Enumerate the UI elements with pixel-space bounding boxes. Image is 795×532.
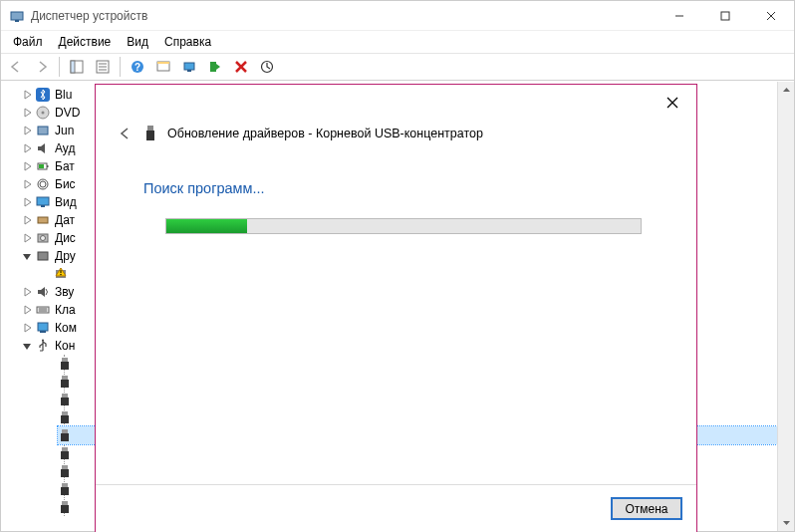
dvd-icon [35, 105, 51, 121]
svg-rect-49 [61, 380, 69, 388]
svg-rect-54 [62, 429, 68, 433]
properties-button[interactable] [92, 56, 114, 78]
menu-help[interactable]: Справка [156, 33, 219, 51]
svg-point-45 [42, 340, 44, 342]
scan-hardware-button[interactable] [152, 56, 174, 78]
svg-point-35 [41, 236, 46, 241]
help-button[interactable]: ? [127, 56, 148, 78]
svg-rect-36 [38, 252, 48, 260]
uninstall-device-button[interactable] [230, 56, 252, 78]
tree-item-label: Вид [55, 195, 77, 209]
menu-action[interactable]: Действие [51, 33, 120, 51]
expand-toggle-icon[interactable] [21, 340, 33, 352]
svg-rect-28 [39, 164, 44, 168]
svg-rect-51 [61, 398, 69, 405]
enable-device-button[interactable] [204, 56, 226, 78]
expand-toggle-icon[interactable] [21, 89, 33, 101]
sensor-icon [35, 212, 51, 228]
svg-rect-47 [61, 362, 69, 370]
expand-toggle-icon[interactable] [21, 160, 33, 172]
svg-rect-66 [147, 126, 153, 131]
svg-rect-27 [47, 165, 49, 167]
tree-item-label: Jun [55, 124, 74, 137]
expand-toggle-icon[interactable] [21, 304, 33, 316]
menubar: Файл Действие Вид Справка [1, 31, 794, 53]
usb-port-icon [58, 357, 72, 371]
tree-item-label: Кон [55, 339, 75, 353]
scroll-down-button[interactable] [778, 514, 794, 531]
expand-toggle-icon[interactable] [21, 250, 33, 262]
scroll-track[interactable] [778, 99, 794, 514]
svg-rect-52 [62, 411, 68, 415]
svg-point-39 [60, 274, 61, 275]
svg-rect-43 [38, 323, 48, 331]
dialog-close-button[interactable] [659, 91, 686, 115]
app-icon [9, 8, 25, 24]
bluetooth-icon [35, 87, 51, 103]
svg-rect-53 [61, 415, 69, 423]
tree-item-label: Ком [55, 321, 77, 335]
update-driver-button[interactable] [178, 56, 200, 78]
expand-toggle-icon[interactable] [21, 322, 33, 334]
scroll-up-button[interactable] [778, 82, 794, 99]
expand-toggle-icon[interactable] [21, 178, 33, 190]
svg-rect-25 [38, 127, 48, 134]
menu-view[interactable]: Вид [119, 33, 156, 51]
progress-bar-fill [166, 219, 247, 233]
display-icon [35, 194, 51, 210]
sound-icon [35, 284, 51, 300]
expand-toggle-icon[interactable] [21, 214, 33, 226]
usb-port-icon [58, 393, 72, 406]
dialog-back-button[interactable] [116, 125, 133, 142]
expand-toggle-icon[interactable] [21, 196, 33, 208]
maximize-button[interactable] [702, 1, 748, 31]
window-title: Диспетчер устройств [31, 9, 657, 23]
disk-icon [35, 230, 51, 246]
tree-item-label: Кла [55, 303, 76, 317]
usb-port-icon [58, 446, 72, 460]
svg-rect-0 [11, 12, 23, 20]
scan-changes-button[interactable] [256, 56, 278, 78]
expand-toggle-icon[interactable] [21, 286, 33, 298]
svg-rect-59 [61, 469, 69, 477]
svg-rect-32 [41, 205, 45, 207]
nav-forward-button[interactable] [31, 56, 53, 78]
svg-rect-33 [38, 217, 48, 223]
computer-icon [35, 320, 51, 336]
svg-text:?: ? [134, 62, 140, 73]
keyboard-icon [35, 302, 51, 318]
titlebar: Диспетчер устройств [1, 1, 794, 31]
usb-port-icon [58, 500, 72, 514]
nav-back-button[interactable] [5, 56, 27, 78]
menu-file[interactable]: Файл [5, 33, 51, 51]
expand-toggle-icon[interactable] [21, 232, 33, 244]
svg-rect-44 [40, 331, 46, 333]
svg-rect-18 [210, 62, 216, 72]
audio-icon [35, 140, 51, 156]
content-area: BluDVDJunАудБатБисВидДатДисДруЗвуКлаКомК… [1, 81, 794, 531]
tree-item-label: Blu [55, 88, 72, 102]
svg-rect-3 [721, 12, 729, 20]
cancel-button[interactable]: Отмена [611, 497, 682, 520]
minimize-button[interactable] [657, 1, 702, 31]
device-manager-window: Диспетчер устройств Файл Действие Вид Сп… [0, 0, 795, 532]
usb-device-icon [143, 125, 157, 142]
svg-rect-7 [71, 61, 75, 73]
svg-point-30 [40, 181, 46, 187]
tree-item-label: Дат [55, 213, 75, 227]
show-hide-tree-button[interactable] [66, 56, 88, 78]
warn-icon [53, 266, 69, 282]
expand-toggle-icon[interactable] [21, 107, 33, 119]
expand-toggle-icon[interactable] [21, 142, 33, 154]
tree-item-label: Дис [55, 231, 76, 245]
toolbar-separator [120, 57, 121, 77]
svg-rect-55 [61, 433, 69, 441]
tree-item-label: Дру [55, 249, 76, 263]
dialog-footer: Отмена [96, 484, 696, 532]
fingerprint-icon [35, 176, 51, 192]
expand-toggle-icon[interactable] [21, 125, 33, 136]
device-icon [35, 123, 51, 138]
vertical-scrollbar[interactable] [777, 82, 794, 531]
close-button[interactable] [748, 1, 794, 31]
tree-item-label: Ауд [55, 141, 75, 155]
